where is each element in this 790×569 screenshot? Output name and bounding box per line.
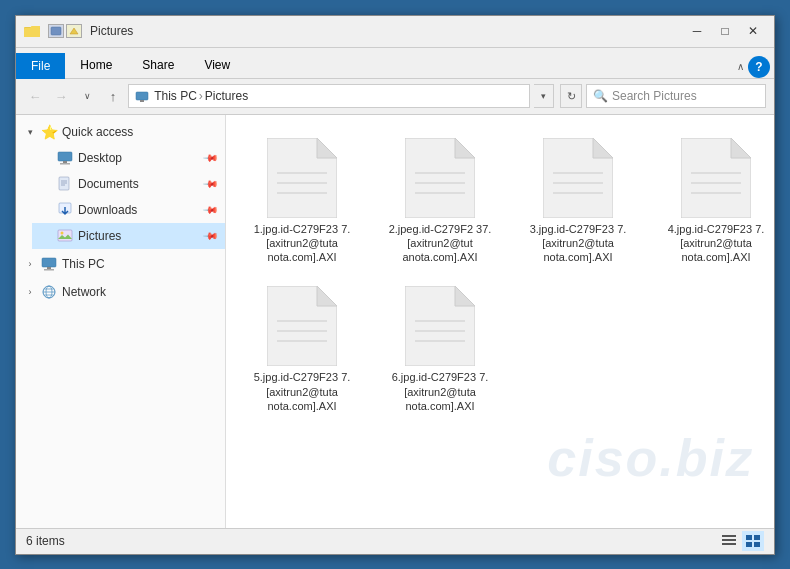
view-buttons [718,531,764,551]
forward-button[interactable]: → [50,85,72,107]
sidebar-downloads-label: Downloads [78,203,201,217]
up-button[interactable]: ↑ [102,85,124,107]
file-icon [405,138,475,218]
maximize-button[interactable]: □ [712,21,738,41]
sidebar-desktop-label: Desktop [78,151,201,165]
address-bar: ← → ∨ ↑ This PC › Pictures ▾ ↻ 🔍 Search … [16,79,774,115]
sidebar: ▾ ⭐ Quick access Desktop 📌 [16,115,226,528]
sidebar-item-this-pc[interactable]: › This PC [16,251,225,277]
documents-pin-icon: 📌 [203,175,219,191]
file-name: 5.jpg.id-C279F23 7.[axitrun2@tuta nota.c… [249,370,355,413]
sidebar-item-downloads[interactable]: Downloads 📌 [32,197,225,223]
svg-rect-13 [58,230,72,241]
downloads-icon [56,201,74,219]
file-name: 4.jpg.id-C279F23 7.[axitrun2@tuta nota.c… [663,222,769,265]
status-count: 6 items [26,534,718,548]
svg-rect-59 [754,542,760,547]
this-pc-icon [40,255,58,273]
tab-share[interactable]: Share [127,52,189,78]
file-name: 3.jpg.id-C279F23 7.[axitrun2@tuta nota.c… [525,222,631,265]
quick-access-section: ▾ ⭐ Quick access Desktop 📌 [16,119,225,249]
svg-rect-56 [746,535,752,540]
close-button[interactable]: ✕ [740,21,766,41]
svg-rect-54 [722,539,736,541]
ribbon-tabs: File Home Share View ∧ ? [16,48,774,78]
tab-icon2 [66,24,82,38]
file-area: ciso.biz 1.jpg.id-C279F23 7.[axitrun2@tu… [226,115,774,528]
window-icon [24,23,44,39]
file-item[interactable]: 6.jpg.id-C279F23 7.[axitrun2@tuta nota.c… [380,279,500,420]
desktop-icon [56,149,74,167]
documents-icon [56,175,74,193]
tab-file[interactable]: File [16,53,65,79]
svg-rect-7 [60,163,70,165]
svg-marker-29 [455,138,475,158]
ribbon-expand-area: ∧ ? [737,56,770,78]
search-placeholder: Search Pictures [612,89,697,103]
svg-rect-1 [24,28,40,37]
file-icon [681,138,751,218]
sidebar-item-quick-access[interactable]: ▾ ⭐ Quick access [16,119,225,145]
sidebar-item-network[interactable]: › Network [16,279,225,305]
svg-rect-3 [136,92,148,100]
network-label: Network [62,285,217,299]
sidebar-item-desktop[interactable]: Desktop 📌 [32,145,225,171]
file-item[interactable]: 5.jpg.id-C279F23 7.[axitrun2@tuta nota.c… [242,279,362,420]
path-pictures[interactable]: Pictures [205,89,248,103]
sidebar-pictures-label: Pictures [78,229,201,243]
watermark: ciso.biz [547,428,754,488]
sidebar-item-documents[interactable]: Documents 📌 [32,171,225,197]
quick-access-label: Quick access [62,125,217,139]
window-title: Pictures [90,24,684,38]
path-this-pc[interactable]: This PC [135,89,197,103]
svg-rect-57 [754,535,760,540]
search-box[interactable]: 🔍 Search Pictures [586,84,766,108]
help-button[interactable]: ? [748,56,770,78]
svg-marker-44 [317,286,337,306]
quick-access-star-icon: ⭐ [40,123,58,141]
sidebar-item-pictures[interactable]: Pictures 📌 [32,223,225,249]
file-item[interactable]: 2.jpeg.id-C279F2 37.[axitrun2@tut anota.… [380,131,500,272]
list-view-button[interactable] [718,531,740,551]
this-pc-expand-icon: › [24,259,36,269]
svg-rect-2 [51,27,61,35]
tab-home[interactable]: Home [65,52,127,78]
file-item[interactable]: 4.jpg.id-C279F23 7.[axitrun2@tuta nota.c… [656,131,774,272]
expand-icon[interactable]: ∧ [737,61,744,72]
svg-rect-55 [722,543,736,545]
refresh-button[interactable]: ↻ [560,84,582,108]
back-button[interactable]: ← [24,85,46,107]
svg-rect-58 [746,542,752,547]
quick-access-expand-icon: ▾ [24,127,36,137]
address-path[interactable]: This PC › Pictures [128,84,530,108]
path-sep1: › [199,89,203,103]
svg-point-14 [61,231,64,234]
file-item[interactable]: 1.jpg.id-C279F23 7.[axitrun2@tuta nota.c… [242,131,362,272]
title-bar-tabs [48,24,82,38]
tab-view[interactable]: View [189,52,245,78]
svg-rect-15 [42,258,56,267]
file-icon [267,138,337,218]
grid-view-button[interactable] [742,531,764,551]
address-dropdown[interactable]: ▾ [534,84,554,108]
svg-marker-34 [593,138,613,158]
network-icon [40,283,58,301]
main-area: ▾ ⭐ Quick access Desktop 📌 [16,115,774,528]
minimize-button[interactable]: ─ [684,21,710,41]
downloads-pin-icon: 📌 [203,201,219,217]
file-item[interactable]: 3.jpg.id-C279F23 7.[axitrun2@tuta nota.c… [518,131,638,272]
svg-rect-17 [44,269,54,271]
status-bar: 6 items [16,528,774,554]
file-icon [405,286,475,366]
sidebar-documents-label: Documents [78,177,201,191]
svg-rect-6 [63,161,67,163]
file-name: 6.jpg.id-C279F23 7.[axitrun2@tuta nota.c… [387,370,493,413]
search-icon: 🔍 [593,89,608,103]
nav-dropdown-button[interactable]: ∨ [76,85,98,107]
file-icon [267,286,337,366]
svg-rect-4 [140,100,144,102]
network-expand-icon: › [24,287,36,297]
pictures-icon [56,227,74,245]
file-grid: 1.jpg.id-C279F23 7.[axitrun2@tuta nota.c… [234,123,766,429]
file-name: 1.jpg.id-C279F23 7.[axitrun2@tuta nota.c… [249,222,355,265]
